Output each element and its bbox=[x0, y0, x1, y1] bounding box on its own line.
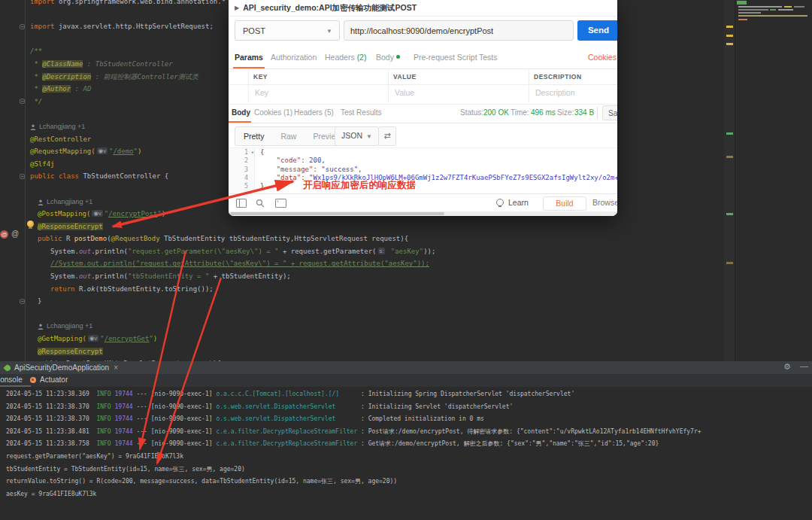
ok-stripe-mark[interactable] bbox=[726, 213, 733, 215]
tab-console[interactable]: Console bbox=[0, 376, 23, 384]
code-segment: /encryptPost bbox=[108, 210, 157, 217]
inlay-hint-icon: s: bbox=[378, 248, 386, 254]
code-segment: : Completed initialization in 0 ms bbox=[361, 415, 484, 422]
json-line-number: 1▾ bbox=[229, 148, 254, 157]
run-tab[interactable]: ApiSecurityDemoApplication × bbox=[0, 361, 123, 374]
code-segment: --- [nio-9090-exec-1] bbox=[133, 403, 217, 410]
response-view-toolbar: Pretty Raw Preview JSON▼ ⇄ bbox=[229, 123, 617, 147]
tab-authorization[interactable]: Authorization bbox=[271, 53, 317, 62]
request-titlebar[interactable]: ▶ API_security_demo:API加密传输功能测试POST bbox=[229, 0, 617, 17]
wrap-lines-icon[interactable]: ⇄ bbox=[378, 126, 396, 146]
code-segment: */ bbox=[30, 98, 42, 105]
code-segment: @RequestBody bbox=[111, 235, 164, 242]
code-segment: , bbox=[358, 166, 362, 173]
author-label: Lchangjiang +1 bbox=[39, 123, 85, 130]
code-segment: ) bbox=[162, 210, 165, 217]
code-segment: @ResponseEncrypt bbox=[38, 223, 103, 230]
code-segment: "tbStudentEntity = " bbox=[128, 272, 209, 280]
response-tab-headers[interactable]: Headers (5) bbox=[294, 108, 334, 117]
minimize-icon[interactable]: — bbox=[800, 361, 808, 370]
method-label: POST bbox=[243, 26, 265, 35]
code-segment: : AD bbox=[71, 85, 91, 93]
scrollbar-separator bbox=[735, 0, 735, 361]
editor-scrollbar[interactable] bbox=[724, 0, 735, 361]
log-line: aesKey = 9raG41FIE8uK7l3k bbox=[6, 488, 812, 501]
method-dropdown[interactable]: POST ▼ bbox=[235, 20, 340, 41]
body-active-dot bbox=[396, 55, 400, 59]
search-icon[interactable] bbox=[256, 199, 265, 209]
intention-bulb-icon[interactable] bbox=[27, 220, 34, 227]
code-segment: + tbStudentEntity); bbox=[209, 272, 290, 280]
fold-marker-icon[interactable]: − bbox=[20, 299, 25, 304]
console-icon[interactable] bbox=[275, 199, 286, 208]
tab-body[interactable]: Body bbox=[376, 53, 400, 62]
run-tab-label: ApiSecurityDemoApplication bbox=[14, 363, 109, 372]
author-label: Lchangjiang +1 bbox=[47, 322, 92, 330]
code-segment: javax.servlet.http.HttpServletRequest bbox=[59, 23, 209, 30]
launchpad-icon[interactable] bbox=[236, 199, 247, 208]
code-segment: ) bbox=[138, 147, 141, 155]
format-dropdown[interactable]: JSON▼ bbox=[335, 126, 379, 146]
response-json-viewer[interactable]: 1▾2345 { "code": 200, "message": "succes… bbox=[229, 147, 617, 194]
code-segment bbox=[260, 157, 277, 164]
learn-bulb-icon bbox=[496, 199, 504, 206]
key-input[interactable] bbox=[253, 87, 369, 98]
run-tab-strip: ApiSecurityDemoApplication × ⚙ — bbox=[0, 361, 812, 375]
build-button[interactable]: Build bbox=[543, 196, 586, 211]
fold-marker-icon[interactable]: − bbox=[20, 99, 25, 104]
response-tab-cookies[interactable]: Cookies (1) bbox=[254, 108, 292, 117]
warning-stripe-mark[interactable] bbox=[726, 156, 733, 158]
response-tabs: Body Cookies (1) Headers (5) Test Result… bbox=[229, 104, 617, 123]
warning-stripe-mark[interactable] bbox=[726, 26, 733, 28]
tab-headers[interactable]: Headers (2) bbox=[325, 53, 366, 62]
tab-tests[interactable]: Tests bbox=[479, 53, 498, 62]
code-segment: R. bbox=[79, 285, 87, 293]
expander-caret-icon[interactable]: ▶ bbox=[235, 5, 239, 11]
code-segment: : Initializing Spring DispatcherServlet … bbox=[361, 391, 574, 397]
code-minimap[interactable] bbox=[737, 0, 812, 21]
raw-button[interactable]: Raw bbox=[272, 132, 304, 141]
ok-stripe-mark[interactable] bbox=[726, 132, 733, 135]
learn-link[interactable]: Learn bbox=[508, 198, 529, 207]
close-icon[interactable]: × bbox=[114, 363, 118, 372]
code-segment: * bbox=[30, 60, 42, 68]
save-response-button[interactable]: Sav bbox=[602, 105, 617, 120]
description-input[interactable] bbox=[534, 87, 617, 98]
code-segment: * bbox=[30, 85, 42, 93]
response-tab-body[interactable]: Body bbox=[232, 108, 250, 117]
browse-button[interactable]: Browse bbox=[592, 198, 617, 207]
gear-icon[interactable]: ⚙ bbox=[783, 362, 791, 372]
view-mode-group: Pretty Raw Preview bbox=[235, 126, 350, 146]
code-line: @ResponseEncrypt bbox=[0, 345, 722, 358]
fold-marker-icon[interactable]: − bbox=[20, 24, 25, 29]
value-input[interactable] bbox=[393, 87, 509, 98]
code-segment: returnValue.toString() = R(code=200, mes… bbox=[6, 478, 397, 485]
tab-params[interactable]: Params bbox=[235, 53, 263, 62]
code-segment: 19744 bbox=[111, 415, 133, 422]
scrollbar-thumb[interactable] bbox=[230, 212, 444, 215]
code-segment: * bbox=[30, 73, 42, 81]
code-segment: (tbStudentEntity.toString()); bbox=[95, 285, 214, 293]
horizontal-scrollbar[interactable] bbox=[229, 211, 617, 216]
warning-stripe-mark[interactable] bbox=[726, 35, 733, 37]
tab-actuator[interactable]: Actuator bbox=[40, 376, 68, 384]
annotation-gutter-icon[interactable]: @ bbox=[0, 230, 8, 239]
code-segment: + request.getParameter( bbox=[278, 248, 376, 255]
tab-pre-request[interactable]: Pre-request Script bbox=[414, 53, 477, 62]
pretty-button[interactable]: Pretty bbox=[235, 132, 272, 141]
headers-count: (2) bbox=[357, 53, 367, 62]
code-segment: "message" bbox=[277, 166, 314, 173]
code-segment: @ClassName bbox=[42, 60, 83, 68]
fold-marker-icon[interactable]: − bbox=[20, 174, 25, 179]
code-segment: .println( bbox=[91, 272, 128, 280]
warning-stripe-mark[interactable] bbox=[726, 262, 733, 264]
warning-stripe-mark[interactable] bbox=[726, 43, 733, 45]
code-line: return R.ok(tbStudentEntity.toString()); bbox=[0, 283, 722, 296]
response-tab-test-results[interactable]: Test Results bbox=[341, 108, 381, 117]
json-line: { bbox=[260, 148, 617, 157]
code-segment: "code" bbox=[277, 157, 301, 164]
url-input[interactable] bbox=[344, 20, 574, 41]
console-log[interactable]: 2024-05-15 11:23:38.369 INFO 19744 --- [… bbox=[6, 388, 812, 500]
cookies-link[interactable]: Cookies bbox=[588, 53, 617, 62]
send-button[interactable]: Send bbox=[577, 20, 617, 41]
